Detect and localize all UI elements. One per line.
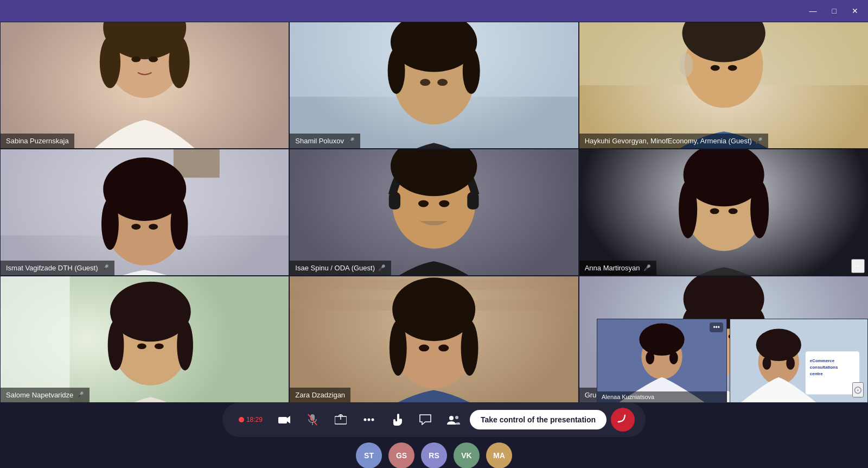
avatar-initials-MA: MA <box>493 451 505 460</box>
mic-button[interactable] <box>301 408 324 432</box>
record-dot <box>239 417 244 422</box>
svg-point-13 <box>420 79 430 86</box>
video-feed-5 <box>290 149 578 275</box>
take-control-button[interactable]: Take control of the presentation <box>470 410 607 429</box>
participant-label-4: Ismat Vagifzade DTH (Guest) 🎤 <box>1 261 114 275</box>
svg-point-75 <box>669 351 678 364</box>
more-icon <box>363 418 374 421</box>
end-call-button[interactable] <box>611 408 635 432</box>
video-feed-8 <box>290 276 578 402</box>
svg-point-20 <box>710 65 719 71</box>
participant-name-5: Isae Spinu / ODA (Guest) <box>295 264 375 272</box>
video-cell-6: Anna Martirosyan 🎤 ··· <box>579 149 868 276</box>
svg-point-93 <box>367 419 370 421</box>
participants-button[interactable] <box>442 408 465 432</box>
video-cell-7: Salome Napetvaridze 🎤 <box>0 276 289 403</box>
avatar-RS[interactable]: RS <box>421 442 447 468</box>
svg-point-42 <box>750 180 769 238</box>
avatar-initials-ST: ST <box>364 451 374 460</box>
participant-name-2: Shamil Poluxov <box>295 137 344 145</box>
participants-icon <box>447 415 460 425</box>
participant-name-7: Salome Napetvaridze <box>6 391 73 399</box>
svg-point-92 <box>363 419 366 421</box>
share-screen-icon <box>335 414 347 425</box>
chat-button[interactable] <box>413 408 437 432</box>
avatar-VK[interactable]: VK <box>454 442 480 468</box>
svg-point-3 <box>100 36 120 88</box>
avatar-ST[interactable]: ST <box>356 442 382 468</box>
end-call-icon <box>616 413 629 426</box>
video-cell-8: Zara Dzadzigan <box>289 276 578 403</box>
title-bar: — □ ✕ <box>0 0 868 22</box>
svg-point-50 <box>177 320 193 371</box>
svg-point-6 <box>149 56 158 62</box>
svg-point-94 <box>371 419 374 421</box>
video-cell-4: Ismat Vagifzade DTH (Guest) 🎤 <box>0 149 289 276</box>
participant-label-3: Haykuhi Gevorgyan, MinofEconomy, Armenia… <box>579 134 768 148</box>
small-panel-2: eCommerce consultations centre <box>730 319 868 403</box>
record-button[interactable]: 18:29 <box>233 408 268 432</box>
camera-button[interactable] <box>272 408 296 432</box>
participant-label-1: Sabina Puzernskaja <box>1 134 74 148</box>
more-options-button[interactable] <box>357 408 381 432</box>
svg-point-29 <box>131 224 141 230</box>
video-cell-2: Shamil Poluxov 🎤 <box>289 22 578 149</box>
svg-point-61 <box>461 320 478 376</box>
muted-icon-4: 🎤 <box>101 264 109 271</box>
small-video-feed-1 <box>597 319 726 402</box>
video-cell-5: Isae Spinu / ODA (Guest) 🎤 <box>289 149 578 276</box>
small-panel-1: ••• Alenaa Kuzniatsova <box>597 319 727 403</box>
accessibility-button[interactable]: ⊙ <box>852 382 864 397</box>
participant-name-4: Ismat Vagifzade DTH (Guest) <box>6 264 98 272</box>
minimize-button[interactable]: — <box>806 4 820 17</box>
svg-text:consultations: consultations <box>810 365 838 370</box>
svg-point-95 <box>449 416 454 420</box>
video-feed-1 <box>1 22 289 148</box>
svg-point-83 <box>763 357 771 370</box>
mic-muted-icon-2: 🎤 <box>347 137 355 144</box>
svg-point-5 <box>131 56 141 62</box>
svg-point-62 <box>419 345 429 352</box>
svg-point-60 <box>390 320 407 376</box>
maximize-button[interactable]: □ <box>829 4 840 17</box>
avatar-GS[interactable]: GS <box>388 442 414 468</box>
svg-rect-85 <box>278 417 287 423</box>
more-options-button-6[interactable]: ··· <box>851 259 865 273</box>
avatar-initials-VK: VK <box>461 451 471 460</box>
svg-point-82 <box>756 328 801 361</box>
svg-point-12 <box>463 48 480 94</box>
muted-icon-6: 🎤 <box>643 264 651 271</box>
raise-hand-button[interactable] <box>385 408 409 432</box>
participant-label-6: Anna Martirosyan 🎤 <box>579 261 656 275</box>
share-screen-button[interactable] <box>329 408 353 432</box>
small-participant-name-1: Alenaa Kuzniatsova <box>602 394 654 400</box>
svg-rect-33 <box>389 192 400 210</box>
svg-point-74 <box>646 351 654 364</box>
toolbar-area: 18:29 <box>0 403 868 468</box>
svg-point-52 <box>155 343 164 349</box>
svg-point-44 <box>728 208 737 214</box>
avatar-MA[interactable]: MA <box>486 442 512 468</box>
participant-label-8: Zara Dzadzigan <box>290 388 350 402</box>
muted-icon-3: 🎤 <box>755 137 763 144</box>
svg-point-30 <box>149 224 158 230</box>
svg-point-4 <box>169 36 189 88</box>
avatar-row: ST GS RS VK MA <box>356 442 512 468</box>
recording-time: 18:29 <box>246 416 263 423</box>
close-button[interactable]: ✕ <box>848 4 861 17</box>
video-feed-3 <box>579 22 868 148</box>
svg-point-49 <box>108 320 124 371</box>
svg-point-84 <box>786 357 795 370</box>
raise-hand-icon <box>392 414 403 426</box>
muted-icon-7: 🎤 <box>76 391 84 399</box>
svg-point-27 <box>101 198 119 250</box>
svg-point-43 <box>710 208 719 214</box>
control-bar: 18:29 <box>222 402 646 437</box>
title-bar-controls: — □ ✕ <box>806 4 861 17</box>
more-options-panel1[interactable]: ••• <box>710 322 723 332</box>
svg-marker-86 <box>287 416 290 423</box>
svg-rect-46 <box>1 276 70 402</box>
participant-name-6: Anna Martirosyan <box>585 264 640 272</box>
participant-label-5: Isae Spinu / ODA (Guest) 🎤 <box>290 261 391 275</box>
camera-icon <box>278 415 290 425</box>
